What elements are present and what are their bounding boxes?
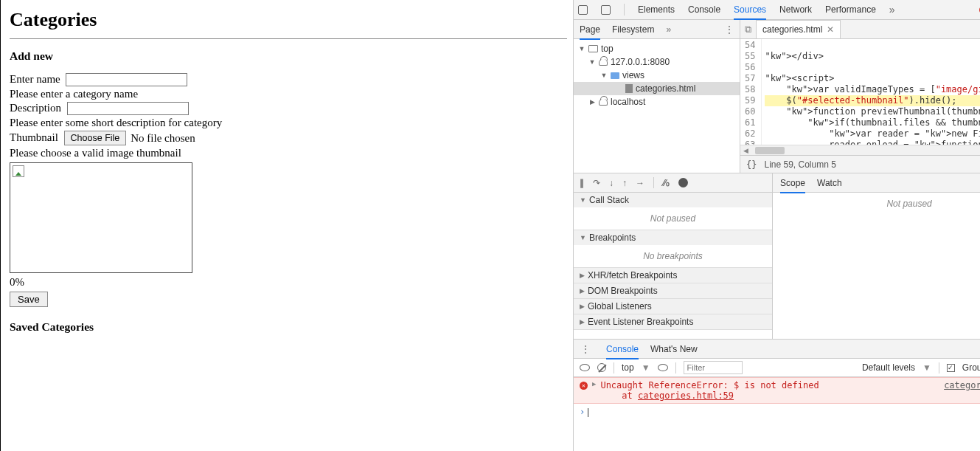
- step-out-icon[interactable]: ↑: [622, 178, 627, 188]
- nav-file[interactable]: categories.html: [636, 83, 695, 94]
- tab-network[interactable]: Network: [779, 4, 812, 15]
- drawer-menu-icon[interactable]: ⋮: [581, 344, 590, 354]
- file-navigator: top 127.0.0.1:8080 views categories.html…: [574, 39, 740, 173]
- file-status: No file chosen: [131, 132, 195, 145]
- console-toolbar: top ▼ Default levels▼ ✓ Group similar: [574, 359, 980, 377]
- expand-icon[interactable]: ▶: [592, 380, 596, 401]
- subtab-filesystem[interactable]: Filesystem: [612, 24, 654, 35]
- nav-top[interactable]: top: [601, 44, 614, 54]
- frame-icon: [588, 45, 598, 52]
- file-icon: [625, 84, 633, 93]
- desc-input[interactable]: [67, 102, 189, 115]
- section-event-bp[interactable]: Event Listener Breakpoints: [588, 317, 693, 327]
- progress-text: 0%: [10, 276, 567, 289]
- inspect-icon[interactable]: [578, 5, 588, 15]
- nav-host[interactable]: 127.0.0.1:8080: [611, 57, 670, 67]
- pause-icon[interactable]: ∥: [580, 178, 584, 188]
- subtab-more-icon[interactable]: »: [666, 24, 671, 35]
- pause-exceptions-icon[interactable]: [678, 178, 688, 187]
- source-file-tab[interactable]: categories.html ✕: [756, 20, 841, 38]
- pretty-print-icon[interactable]: {}: [746, 159, 757, 170]
- source-file-tabbar: ⧉ categories.html ✕: [740, 20, 980, 39]
- file-tab-label: categories.html: [762, 24, 822, 35]
- error-at-link[interactable]: categories.html:59: [638, 390, 734, 401]
- sidebar-toggle-icon[interactable]: ⧉: [745, 24, 751, 35]
- section-callstack[interactable]: Call Stack: [589, 195, 629, 205]
- debugger-right-pane: Scope Watch Not paused: [773, 173, 980, 339]
- thumb-label: Thumbnail: [10, 131, 58, 143]
- folder-icon: [611, 72, 619, 79]
- page-title: Categories: [10, 9, 567, 31]
- debugger-left-pane: ∥ ↷ ↓ ↑ → ⁄⁄₀ ▼Call StackNot paused ▼Bre…: [574, 173, 773, 339]
- step-over-icon[interactable]: ↷: [593, 178, 600, 188]
- name-label: Enter name: [10, 73, 60, 85]
- divider: [10, 38, 567, 39]
- nav-folder[interactable]: views: [622, 70, 644, 80]
- section-xhr[interactable]: XHR/fetch Breakpoints: [588, 270, 677, 280]
- cloud-icon: [599, 59, 608, 66]
- cloud-icon: [599, 99, 608, 106]
- group-label: Group similar: [962, 362, 980, 373]
- thumb-hint: Please choose a valid image thumbnail: [10, 147, 567, 159]
- source-editor: 5455565758596061626364 "kw"></div> "kw">…: [740, 39, 980, 173]
- name-input[interactable]: [66, 73, 187, 86]
- name-hint: Please enter a category name: [10, 88, 567, 100]
- section-listeners[interactable]: Global Listeners: [588, 301, 652, 311]
- more-tabs-icon[interactable]: »: [889, 4, 895, 16]
- close-file-tab-icon[interactable]: ✕: [827, 24, 834, 35]
- console-messages: ✕ ▶ Uncaught ReferenceError: $ is not de…: [574, 377, 980, 451]
- nav-localhost[interactable]: localhost: [611, 97, 645, 107]
- levels-selector[interactable]: Default levels: [862, 362, 915, 373]
- tab-scope[interactable]: Scope: [780, 178, 805, 188]
- tab-elements[interactable]: Elements: [638, 4, 675, 15]
- console-prompt[interactable]: ›: [574, 404, 980, 420]
- error-source-link[interactable]: categories.html:59: [944, 380, 980, 401]
- broken-image-icon: [13, 165, 24, 177]
- clear-console-icon[interactable]: [597, 363, 606, 372]
- step-icon[interactable]: →: [636, 178, 644, 188]
- breakpoints-msg: No breakpoints: [574, 245, 772, 267]
- cursor-position: Line 59, Column 5: [764, 159, 835, 170]
- scope-msg: Not paused: [773, 193, 980, 339]
- console-error-row[interactable]: ✕ ▶ Uncaught ReferenceError: $ is not de…: [574, 377, 980, 404]
- addnew-heading: Add new: [10, 49, 567, 63]
- eye-icon[interactable]: [658, 364, 668, 371]
- console-filter-input[interactable]: [684, 361, 743, 374]
- subtab-page[interactable]: Page: [580, 24, 600, 35]
- step-into-icon[interactable]: ↓: [609, 178, 614, 188]
- error-message: Uncaught ReferenceError: $ is not define…: [600, 380, 819, 390]
- callstack-msg: Not paused: [574, 207, 772, 230]
- live-expression-icon[interactable]: [580, 364, 590, 371]
- choose-file-button[interactable]: Choose File: [64, 131, 127, 145]
- rendered-page: Categories Add new Enter name Please ent…: [0, 0, 573, 451]
- tab-sources[interactable]: Sources: [734, 4, 766, 15]
- drawer-tab-console[interactable]: Console: [606, 344, 639, 354]
- tab-console[interactable]: Console: [688, 4, 720, 15]
- context-selector[interactable]: top: [622, 362, 634, 373]
- source-status-bar: {} Line 59, Column 5: [740, 155, 980, 173]
- console-drawer: ⋮ Console What's New ✕ top ▼ Default lev…: [574, 340, 980, 451]
- error-icon: ✕: [580, 382, 588, 390]
- devtools-panel: Elements Console Sources Network Perform…: [573, 0, 980, 451]
- save-button[interactable]: Save: [10, 292, 48, 307]
- horizontal-scrollbar[interactable]: ◀▶: [740, 145, 980, 155]
- subtab-menu-icon[interactable]: ⋮: [725, 24, 734, 35]
- group-similar-checkbox[interactable]: ✓: [947, 364, 955, 372]
- deactivate-bp-icon[interactable]: ⁄⁄₀: [663, 178, 670, 188]
- debugger-toolbar: ∥ ↷ ↓ ↑ → ⁄⁄₀: [574, 173, 772, 193]
- device-toggle-icon[interactable]: [601, 5, 611, 15]
- drawer-tab-whatsnew[interactable]: What's New: [650, 344, 698, 354]
- section-breakpoints[interactable]: Breakpoints: [589, 233, 636, 243]
- devtools-main-tabs: Elements Console Sources Network Perform…: [574, 0, 980, 20]
- tab-watch[interactable]: Watch: [817, 178, 842, 188]
- desc-label: Description: [10, 102, 61, 114]
- tab-performance[interactable]: Performance: [825, 4, 876, 15]
- desc-hint: Please enter some short description for …: [10, 117, 567, 129]
- section-dom[interactable]: DOM Breakpoints: [588, 286, 658, 296]
- sources-navigator-tabs: Page Filesystem » ⋮: [574, 20, 740, 39]
- thumbnail-preview: [10, 162, 192, 273]
- code-view[interactable]: 5455565758596061626364 "kw"></div> "kw">…: [740, 39, 980, 145]
- saved-heading: Saved Categories: [10, 320, 567, 334]
